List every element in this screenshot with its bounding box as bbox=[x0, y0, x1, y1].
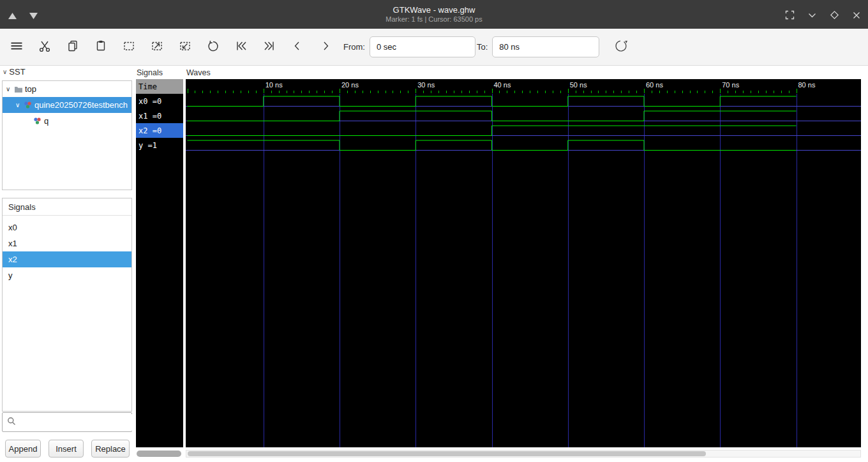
titlebar: GTKWave - wave.ghw Marker: 1 fs | Cursor… bbox=[0, 0, 868, 29]
append-button[interactable]: Append bbox=[5, 440, 41, 458]
timeline-tick-label: 70 ns bbox=[722, 81, 739, 89]
sst-button-row: AppendInsertReplace bbox=[2, 440, 133, 458]
wave-name-x0[interactable]: x0 =0 bbox=[136, 94, 183, 108]
wave-name-x2[interactable]: x2 =0 bbox=[136, 123, 183, 138]
tree-item-label: top bbox=[25, 84, 36, 94]
timeline-tick-label: 60 ns bbox=[646, 81, 663, 89]
reload-circle-icon bbox=[613, 38, 629, 56]
skip-to-end-button[interactable] bbox=[258, 36, 281, 59]
paste-button[interactable] bbox=[89, 36, 112, 59]
to-label: To: bbox=[477, 42, 488, 52]
tree-item-q[interactable]: q bbox=[3, 113, 131, 129]
zoom-in-button[interactable] bbox=[146, 36, 168, 59]
minimize-button[interactable] bbox=[807, 10, 818, 22]
sst-label: SST bbox=[9, 67, 25, 77]
signal-list: x0x1x2y bbox=[3, 216, 131, 283]
replace-button[interactable]: Replace bbox=[91, 440, 130, 458]
wave-name-x1[interactable]: x1 =0 bbox=[136, 108, 183, 123]
gtkwave-window: GTKWave - wave.ghw Marker: 1 fs | Cursor… bbox=[0, 0, 868, 462]
dashed-box-arrow-in-icon bbox=[178, 39, 192, 55]
close-button[interactable] bbox=[851, 10, 862, 22]
marker-cursor-status: Marker: 1 fs | Cursor: 63500 ps bbox=[0, 15, 868, 24]
fit-corners-icon bbox=[785, 10, 795, 22]
from-label: From: bbox=[343, 42, 365, 52]
tree-item-label: q bbox=[44, 116, 49, 126]
search-input[interactable] bbox=[19, 414, 134, 431]
dashed-box-icon bbox=[122, 39, 136, 55]
timeline-tick-label: 40 ns bbox=[494, 81, 511, 89]
window-controls bbox=[784, 10, 862, 22]
signal-list-item-x2[interactable]: x2 bbox=[3, 251, 131, 267]
diamond-icon bbox=[830, 10, 839, 22]
sst-section-header: ∨ SST bbox=[3, 67, 26, 77]
timeline-tick-label: 10 ns bbox=[266, 81, 283, 89]
waves-panel: 10 ns20 ns30 ns40 ns50 ns60 ns70 ns80 ns bbox=[186, 79, 861, 447]
waves-panel-title: Waves bbox=[186, 68, 211, 77]
chevron-expanded-icon[interactable]: ∨ bbox=[6, 86, 14, 93]
wave-name-list: x0 =0x1 =0x2 =0y =1 bbox=[136, 94, 183, 153]
timeline-tick-label: 20 ns bbox=[341, 81, 359, 89]
wave-canvas[interactable] bbox=[186, 79, 861, 447]
titlebar-left-controls bbox=[8, 11, 38, 22]
skip-to-start-button[interactable] bbox=[230, 36, 253, 59]
close-icon bbox=[852, 11, 861, 22]
chevron-down-icon bbox=[807, 10, 817, 22]
signal-list-item-y[interactable]: y bbox=[3, 267, 131, 283]
chevron-expanded-icon[interactable]: ∨ bbox=[15, 101, 24, 108]
from-input[interactable] bbox=[370, 36, 475, 57]
triangle-up-icon bbox=[8, 11, 17, 21]
names-hscrollbar bbox=[136, 451, 183, 458]
insert-button[interactable]: Insert bbox=[49, 440, 84, 458]
shift-left-button[interactable] bbox=[286, 36, 309, 59]
chevron-right-icon bbox=[318, 39, 333, 55]
names-hscrollbar-thumb[interactable] bbox=[137, 451, 181, 457]
scissors-icon bbox=[38, 39, 52, 55]
signals-panel-title: Signals bbox=[137, 68, 163, 77]
reload-button[interactable] bbox=[610, 36, 632, 59]
undo-arrow-icon bbox=[206, 39, 220, 55]
signals-list-header: Signals bbox=[3, 198, 131, 216]
main-toolbar: From: To: bbox=[0, 29, 868, 66]
signal-list-item-x1[interactable]: x1 bbox=[3, 235, 131, 251]
waves-hscrollbar-thumb[interactable] bbox=[188, 451, 706, 456]
tree-item-quine20250726testbench[interactable]: ∨quine20250726testbench bbox=[3, 97, 131, 113]
sst-tree: ∨top∨quine20250726testbenchq bbox=[2, 80, 132, 190]
hamburger-menu-icon bbox=[10, 39, 24, 55]
chevron-left-icon bbox=[290, 39, 304, 55]
module-icon bbox=[24, 101, 34, 109]
tree-item-label: quine20250726testbench bbox=[34, 100, 128, 110]
tree-item-top[interactable]: ∨top bbox=[3, 81, 131, 97]
triangle-up-button[interactable] bbox=[8, 11, 17, 22]
timeline-ruler[interactable]: 10 ns20 ns30 ns40 ns50 ns60 ns70 ns80 ns bbox=[186, 79, 861, 94]
fit-window-button[interactable] bbox=[784, 10, 795, 22]
copy-button[interactable] bbox=[61, 36, 84, 59]
sst-signals-box: Signals x0x1x2y bbox=[2, 198, 132, 412]
skip-start-icon bbox=[234, 39, 248, 55]
clipboard-icon bbox=[94, 39, 108, 55]
triangle-down-icon bbox=[29, 11, 38, 21]
timeline-tick-label: 30 ns bbox=[417, 81, 435, 89]
zoom-fit-button[interactable] bbox=[117, 36, 140, 59]
wave-names-panel: Time x0 =0x1 =0x2 =0y =1 bbox=[136, 79, 183, 447]
maximize-button[interactable] bbox=[829, 10, 840, 22]
wave-name-y[interactable]: y =1 bbox=[136, 138, 183, 153]
menu-button[interactable] bbox=[5, 36, 28, 59]
dashed-box-arrow-out-icon bbox=[150, 39, 164, 55]
copy-icon bbox=[66, 39, 80, 55]
timeline-tick-label: 80 ns bbox=[798, 81, 816, 89]
search-icon bbox=[7, 417, 16, 428]
signal-list-item-x0[interactable]: x0 bbox=[3, 220, 131, 235]
folder-icon bbox=[14, 86, 25, 93]
sst-expander-icon[interactable]: ∨ bbox=[3, 68, 7, 75]
waves-hscrollbar bbox=[186, 450, 861, 458]
undo-button[interactable] bbox=[202, 36, 225, 59]
time-header[interactable]: Time bbox=[136, 79, 183, 94]
signal-search-box bbox=[2, 412, 132, 432]
module-icon bbox=[33, 117, 44, 125]
cut-button[interactable] bbox=[33, 36, 56, 59]
shift-right-button[interactable] bbox=[314, 36, 337, 59]
skip-end-icon bbox=[262, 39, 276, 55]
triangle-down-button[interactable] bbox=[29, 11, 38, 22]
to-input[interactable] bbox=[492, 36, 599, 57]
zoom-out-button[interactable] bbox=[174, 36, 197, 59]
